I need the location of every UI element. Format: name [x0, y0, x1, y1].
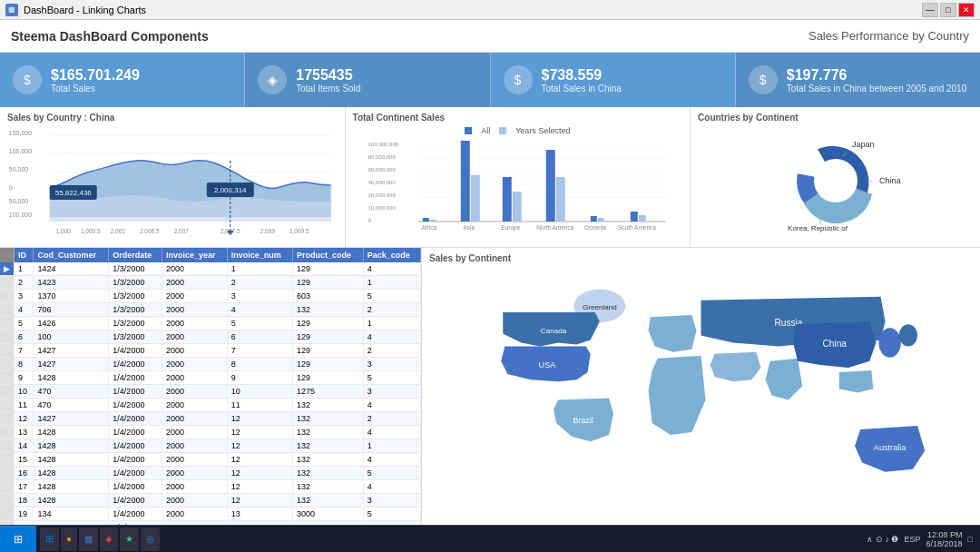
taskbar-time: 12:08 PM [926, 530, 963, 539]
kpi-china-sales: $ $738.559 Total Sales in China [491, 53, 736, 107]
kpi-total-sales-value: $165.701.249 [51, 66, 140, 84]
col-orderdate[interactable]: Orderdate [109, 248, 162, 262]
svg-rect-41 [429, 220, 436, 222]
col-invoice-year[interactable]: Invoice_year [162, 248, 228, 262]
area-chart-title: Sales by Country : China [7, 113, 338, 123]
kpi-items-sold: ◈ 1755435 Total Items Sold [245, 53, 490, 107]
svg-text:2,009: 2,009 [260, 228, 276, 234]
svg-text:50,000: 50,000 [9, 198, 29, 204]
svg-text:2,007.5: 2,007.5 [220, 228, 240, 234]
area-chart: 150,000 100,000 50,000 0 50,000 100,000 [7, 126, 338, 235]
svg-rect-51 [638, 215, 645, 222]
notification-btn[interactable]: □ [968, 535, 973, 544]
table-row[interactable]: 1814281/4/20002000121323 [0, 494, 421, 508]
kpi-total-sales-label: Total Sales [51, 84, 140, 94]
svg-text:Japan: Japan [852, 140, 875, 149]
title-bar: ▦ DashBoard - Linking Charts — □ ✕ [0, 0, 980, 20]
table-row[interactable]: 814271/4/2000200081293 [0, 358, 421, 371]
world-map: Greenland Canada USA Brazil Russia China [429, 267, 973, 525]
taskbar-item-6[interactable]: ◎ [141, 527, 160, 551]
dollar-icon-3: $ [749, 65, 778, 94]
svg-text:20,000,000: 20,000,000 [368, 192, 396, 198]
table-row[interactable]: 61001/3/2000200061294 [0, 330, 421, 344]
kpi-china-sales-period: $ $197.776 Total Sales in China between … [736, 53, 980, 107]
svg-rect-49 [597, 218, 603, 222]
col-invoice-num[interactable]: Invoice_num [227, 248, 292, 262]
svg-text:1,000.5: 1,000.5 [81, 228, 101, 234]
svg-text:100,000: 100,000 [9, 212, 32, 218]
svg-text:Australia: Australia [874, 443, 906, 452]
box-icon: ◈ [258, 65, 287, 94]
svg-text:0: 0 [368, 218, 371, 223]
table-row[interactable]: 313701/3/2000200036035 [0, 290, 421, 303]
table-row[interactable]: 1414281/4/20002000121321 [0, 439, 421, 453]
bottom-section: ID Cod_Customer Orderdate Invoice_year I… [0, 248, 980, 525]
table-row[interactable]: 914281/4/2000200091295 [0, 371, 421, 385]
svg-text:Africa: Africa [421, 224, 436, 231]
legend-all-label: All [481, 126, 490, 135]
svg-text:Brazil: Brazil [573, 416, 593, 425]
table-row[interactable]: 47061/3/2000200041322 [0, 303, 421, 317]
table-row[interactable]: 1514281/4/20002000121324 [0, 453, 421, 467]
kpi-total-sales: $ $165.701.249 Total Sales [0, 53, 245, 107]
svg-text:55,822,436: 55,822,436 [55, 189, 93, 197]
svg-text:Korea, Republic of: Korea, Republic of [788, 224, 848, 232]
table-scroll[interactable]: ID Cod_Customer Orderdate Invoice_year I… [0, 248, 421, 525]
start-button[interactable]: ⊞ [0, 526, 36, 553]
donut-chart: Japan China Korea, Republic of [698, 126, 973, 235]
svg-text:Greenland: Greenland [583, 303, 617, 311]
legend-selected-label: Years Selected [515, 126, 570, 135]
taskbar-item-3[interactable]: ▦ [79, 527, 98, 551]
svg-text:China: China [822, 339, 847, 349]
table-row[interactable]: 1314281/4/20002000121324 [0, 426, 421, 439]
table-row[interactable]: 214231/3/2000200021291 [0, 276, 421, 290]
col-product-code[interactable]: Product_code [292, 248, 363, 262]
close-btn[interactable]: ✕ [958, 3, 975, 17]
taskbar-item-4[interactable]: ◈ [100, 527, 118, 551]
taskbar-date: 6/18/2018 [926, 539, 963, 548]
svg-text:South America: South America [617, 224, 656, 231]
table-row[interactable]: 1714281/4/20002000121324 [0, 480, 421, 494]
kpi-china-sales-value: $738.559 [542, 66, 622, 84]
svg-text:2,006.5: 2,006.5 [140, 228, 160, 234]
bar-chart-legend: All Years Selected [353, 126, 683, 135]
svg-point-73 [899, 324, 917, 346]
minimize-btn[interactable]: — [922, 3, 938, 17]
table-row[interactable]: 514261/3/2000200051291 [0, 317, 421, 330]
table-row[interactable]: 104701/4/200020001012753 [0, 385, 421, 399]
svg-point-72 [878, 328, 900, 357]
table-row[interactable]: 114701/4/20002000111324 [0, 399, 421, 412]
taskbar-item-1[interactable]: ⊞ [40, 527, 59, 551]
taskbar-item-2[interactable]: ● [61, 527, 77, 551]
donut-chart-panel: Countries by Continent Japan China Korea… [691, 107, 980, 247]
taskbar-tray: ∧ ⊙ ♪ ❶ ESP 12:08 PM 6/18/2018 □ [859, 530, 980, 548]
table-row[interactable]: 1614281/4/20002000121325 [0, 467, 421, 480]
table-row[interactable]: 714271/4/2000200071292 [0, 344, 421, 358]
svg-rect-47 [555, 177, 564, 222]
svg-text:100,000,000: 100,000,000 [368, 142, 398, 147]
table-row[interactable]: ▶114241/3/2000200011294 [0, 262, 421, 276]
maximize-btn[interactable]: □ [940, 3, 956, 17]
data-table: ID Cod_Customer Orderdate Invoice_year I… [0, 248, 421, 525]
taskbar-item-5[interactable]: ★ [120, 527, 139, 551]
svg-text:Canada: Canada [541, 327, 567, 335]
kpi-china-sales-label: Total Sales in China [542, 84, 622, 94]
table-row[interactable]: 191341/4/200020001330005 [0, 508, 421, 521]
col-id[interactable]: ID [15, 248, 34, 262]
svg-rect-43 [470, 175, 479, 222]
window-controls[interactable]: — □ ✕ [922, 3, 975, 17]
svg-rect-42 [460, 141, 469, 222]
legend-selected-dot [499, 127, 506, 134]
app-icon: ▦ [5, 4, 18, 16]
table-row[interactable]: 1214271/4/20002000121322 [0, 412, 421, 426]
kpi-china-period-value: $197.776 [787, 66, 966, 84]
kpi-items-sold-value: 1755435 [296, 66, 360, 84]
data-table-panel: ID Cod_Customer Orderdate Invoice_year I… [0, 248, 422, 525]
col-customer[interactable]: Cod_Customer [34, 248, 109, 262]
svg-point-58 [814, 159, 858, 202]
legend-all-dot [465, 127, 472, 134]
svg-text:50,000: 50,000 [9, 166, 29, 172]
svg-text:40,000,000: 40,000,000 [368, 180, 396, 185]
svg-text:2,001: 2,001 [111, 228, 126, 234]
col-pack-code[interactable]: Pack_code [363, 248, 420, 262]
